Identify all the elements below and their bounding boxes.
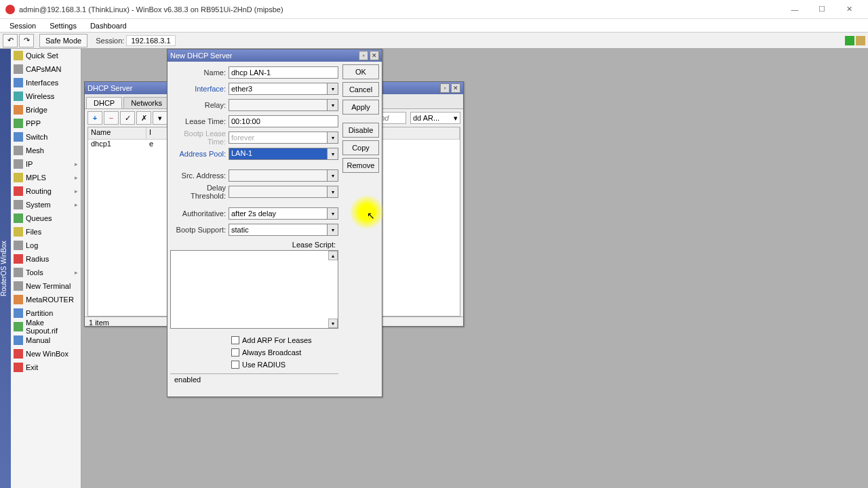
sidebar-item-make-supout-rif[interactable]: Make Supout.rif xyxy=(11,320,81,333)
new-dhcp-server-dialog: New DHCP Server ▫ ✕ Name: Interface: ▾ xyxy=(167,49,382,397)
lease-script-textarea[interactable]: ▴ ▾ xyxy=(170,250,338,329)
scroll-down-icon[interactable]: ▾ xyxy=(328,319,338,328)
delay-threshold-input[interactable] xyxy=(229,186,328,198)
sidebar-item-exit[interactable]: Exit xyxy=(11,361,81,374)
enable-button[interactable]: ✓ xyxy=(120,111,135,125)
authoritative-input[interactable] xyxy=(229,207,328,220)
session-label: Session: xyxy=(96,37,124,45)
disable-button[interactable]: ✗ xyxy=(136,111,151,125)
use-radius-checkbox-row[interactable]: Use RADIUS xyxy=(231,359,338,371)
lock-icon xyxy=(856,36,865,45)
tab-dhcp[interactable]: DHCP xyxy=(86,97,122,108)
sidebar-icon xyxy=(14,336,23,345)
src-address-input[interactable] xyxy=(229,169,328,182)
checkbox-icon[interactable] xyxy=(231,361,239,369)
src-address-label: Src. Address: xyxy=(170,171,229,180)
relay-dropdown-icon[interactable]: ▾ xyxy=(328,99,338,111)
sidebar-item-ppp[interactable]: PPP xyxy=(11,117,81,130)
undo-button[interactable]: ↶ xyxy=(3,34,18,47)
scroll-up-icon[interactable]: ▴ xyxy=(328,251,338,260)
sidebar-item-log[interactable]: Log xyxy=(11,239,81,252)
sidebar-item-switch[interactable]: Switch xyxy=(11,130,81,144)
sidebar-item-label: Log xyxy=(26,241,38,249)
add-button[interactable]: + xyxy=(87,111,102,125)
sidebar-icon xyxy=(14,268,23,277)
ok-button[interactable]: OK xyxy=(342,64,379,79)
sidebar-item-ip[interactable]: IP▸ xyxy=(11,157,81,171)
checkbox-icon[interactable] xyxy=(231,348,239,357)
menu-settings[interactable]: Settings xyxy=(43,20,83,31)
tab-networks[interactable]: Networks xyxy=(123,97,170,108)
interface-input[interactable] xyxy=(229,83,328,95)
sidebar-item-quick-set[interactable]: Quick Set xyxy=(11,49,81,62)
sidebar-item-mpls[interactable]: MPLS▸ xyxy=(11,171,81,184)
close-button[interactable]: ✕ xyxy=(835,1,863,18)
add-arp-checkbox-row[interactable]: Add ARP For Leases xyxy=(231,334,338,346)
maximize-button[interactable]: ☐ xyxy=(808,1,835,18)
sidebar-item-routing[interactable]: Routing▸ xyxy=(11,184,81,198)
apply-button[interactable]: Apply xyxy=(342,100,379,115)
delay-dropdown-icon[interactable]: ▾ xyxy=(328,186,338,198)
safemode-button[interactable]: Safe Mode xyxy=(39,34,87,47)
sidebar-item-files[interactable]: Files xyxy=(11,225,81,239)
sidebar-item-queues[interactable]: Queues xyxy=(11,211,81,225)
bootp-lease-input[interactable] xyxy=(229,131,328,144)
authoritative-dropdown-icon[interactable]: ▾ xyxy=(328,207,338,220)
sidebar-icon xyxy=(14,241,23,250)
sidebar-item-system[interactable]: System▸ xyxy=(11,198,81,211)
menu-session[interactable]: Session xyxy=(3,20,43,31)
sidebar-item-mesh[interactable]: Mesh xyxy=(11,144,81,157)
disable-button[interactable]: Disable xyxy=(342,123,379,138)
sidebar-item-tools[interactable]: Tools▸ xyxy=(11,266,81,279)
delay-threshold-label: Delay Threshold: xyxy=(170,184,229,200)
copy-button[interactable]: Copy xyxy=(342,140,379,155)
minimize-button[interactable]: — xyxy=(781,1,808,18)
sidebar-item-label: New Terminal xyxy=(26,282,71,290)
src-dropdown-icon[interactable]: ▾ xyxy=(328,169,338,182)
redo-button[interactable]: ↷ xyxy=(19,34,34,47)
dhcp-window-close-icon[interactable]: ✕ xyxy=(451,83,460,93)
dialog-close-icon[interactable]: ✕ xyxy=(370,51,379,60)
dialog-min-icon[interactable]: ▫ xyxy=(359,51,368,60)
sidebar-item-new-winbox[interactable]: New WinBox xyxy=(11,347,81,361)
address-pool-input[interactable]: LAN-1 xyxy=(229,148,328,160)
sidebar-item-capsman[interactable]: CAPsMAN xyxy=(11,62,81,76)
chevron-right-icon: ▸ xyxy=(75,188,78,195)
sidebar-item-manual[interactable]: Manual xyxy=(11,333,81,347)
interface-dropdown-icon[interactable]: ▾ xyxy=(328,83,338,95)
interface-label[interactable]: Interface: xyxy=(170,85,229,93)
address-pool-label[interactable]: Address Pool: xyxy=(170,150,229,158)
name-input[interactable] xyxy=(229,66,338,79)
chevron-right-icon: ▸ xyxy=(75,174,78,181)
lease-time-label: Lease Time: xyxy=(170,117,229,125)
sidebar-item-new-terminal[interactable]: New Terminal xyxy=(11,279,81,293)
filter-button[interactable]: ▾ xyxy=(153,111,167,125)
sidebar-item-interfaces[interactable]: Interfaces xyxy=(11,76,81,89)
sidebar-item-bridge[interactable]: Bridge xyxy=(11,103,81,117)
dialog-header[interactable]: New DHCP Server ▫ ✕ xyxy=(167,49,382,62)
dhcp-window-min-icon[interactable]: ▫ xyxy=(440,83,450,93)
status-icon xyxy=(845,36,854,45)
lease-time-input[interactable] xyxy=(229,115,338,127)
col-name[interactable]: Name xyxy=(88,127,146,139)
sidebar-item-metarouter[interactable]: MetaROUTER xyxy=(11,293,81,306)
bootp-lease-dropdown-icon[interactable]: ▾ xyxy=(328,131,338,144)
menu-dashboard[interactable]: Dashboard xyxy=(83,20,134,31)
address-pool-dropdown-icon[interactable]: ▾ xyxy=(328,148,338,160)
app-icon xyxy=(5,5,15,14)
remove-button[interactable]: − xyxy=(104,111,119,125)
sidebar-item-radius[interactable]: Radius xyxy=(11,252,81,266)
remove-button[interactable]: Remove xyxy=(342,158,379,173)
bootp-support-input[interactable] xyxy=(229,224,328,236)
cancel-button[interactable]: Cancel xyxy=(342,82,379,97)
relay-input[interactable] xyxy=(229,99,328,111)
authoritative-label: Authoritative: xyxy=(170,209,229,218)
sidebar-item-wireless[interactable]: Wireless xyxy=(11,89,81,103)
arp-combo[interactable]: dd AR... ▾ xyxy=(410,112,460,124)
always-broadcast-checkbox-row[interactable]: Always Broadcast xyxy=(231,346,338,359)
bootp-support-dropdown-icon[interactable]: ▾ xyxy=(328,224,338,236)
sidebar-item-partition[interactable]: Partition xyxy=(11,306,81,320)
sidebar-item-label: Bridge xyxy=(26,106,47,114)
cell-interface: e xyxy=(146,140,156,150)
checkbox-icon[interactable] xyxy=(231,336,239,344)
